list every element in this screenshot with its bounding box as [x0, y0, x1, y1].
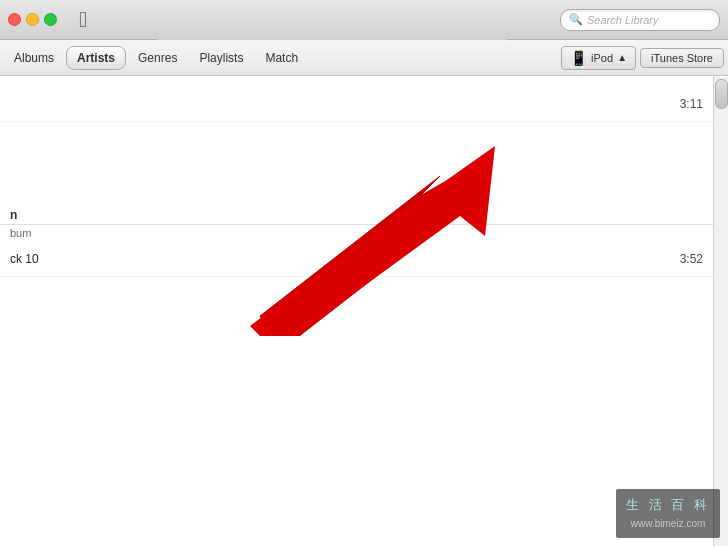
title-area — [157, 0, 507, 40]
content-area: 3:11 n bum ck 10 3:52 — [0, 76, 713, 545]
title-bar-left:  — [8, 0, 103, 40]
close-button[interactable] — [8, 13, 21, 26]
watermark: 生 活 百 科 www.bimeiz.com — [616, 489, 720, 538]
ipod-button[interactable]: 📱 iPod ▲ — [561, 46, 636, 70]
eject-icon: ▲ — [617, 52, 627, 63]
search-box[interactable]: 🔍 Search Library — [560, 9, 720, 31]
tab-match[interactable]: Match — [255, 47, 308, 69]
spacer1 — [0, 122, 713, 202]
apple-logo:  — [63, 0, 103, 40]
nav-tabs: Albums Artists Genres Playlists Match — [4, 46, 308, 70]
tab-artists[interactable]: Artists — [66, 46, 126, 70]
nav-right: 📱 iPod ▲ iTunes Store — [561, 46, 724, 70]
search-placeholder: Search Library — [587, 14, 659, 26]
content-rows: 3:11 n bum ck 10 3:52 — [0, 86, 713, 277]
title-bar:  🔍 Search Library — [0, 0, 728, 40]
itunes-store-label: iTunes Store — [651, 52, 713, 64]
song-duration-2: 3:52 — [643, 252, 703, 266]
maximize-button[interactable] — [44, 13, 57, 26]
group-header-n: n — [0, 202, 713, 225]
scrollbar-track[interactable] — [713, 77, 728, 546]
tab-albums[interactable]: Albums — [4, 47, 64, 69]
minimize-button[interactable] — [26, 13, 39, 26]
album-sub: bum — [0, 225, 713, 241]
window-controls — [8, 13, 57, 26]
nav-bar: Albums Artists Genres Playlists Match 📱 … — [0, 40, 728, 76]
tab-playlists[interactable]: Playlists — [189, 47, 253, 69]
table-row[interactable]: ck 10 3:52 — [0, 241, 713, 277]
ipod-icon: 📱 — [570, 50, 587, 66]
song-duration: 3:11 — [643, 97, 703, 111]
watermark-title: 生 活 百 科 — [626, 495, 710, 516]
table-row[interactable]: 3:11 — [0, 86, 713, 122]
ipod-label: iPod — [591, 52, 613, 64]
search-bar-area: 🔍 Search Library — [560, 9, 720, 31]
itunes-store-button[interactable]: iTunes Store — [640, 48, 724, 68]
search-icon: 🔍 — [569, 13, 583, 26]
watermark-url: www.bimeiz.com — [626, 516, 710, 532]
scrollbar-thumb[interactable] — [715, 79, 728, 109]
song-name-2: ck 10 — [10, 252, 643, 266]
tab-genres[interactable]: Genres — [128, 47, 187, 69]
